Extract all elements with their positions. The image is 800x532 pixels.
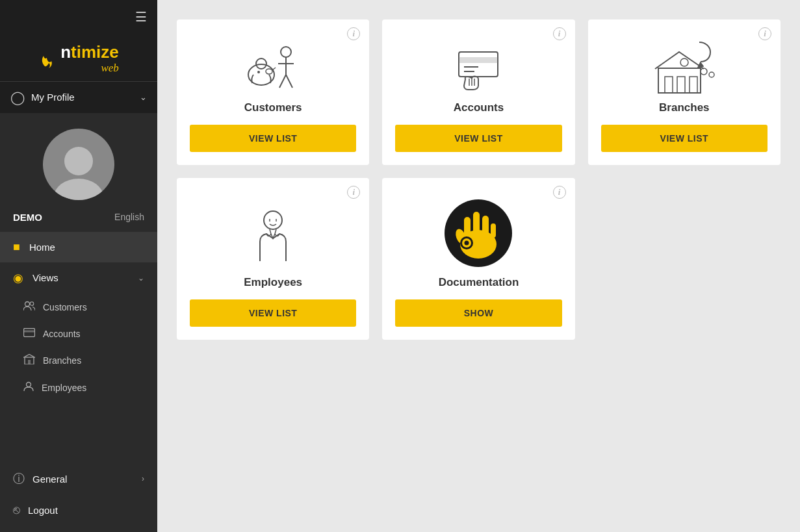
documentation-card-icon-area xyxy=(439,197,517,272)
accounts-card-title: Accounts xyxy=(454,101,504,114)
svg-rect-39 xyxy=(482,216,489,238)
sidebar-item-home[interactable]: ■ Home xyxy=(0,232,157,262)
svg-point-3 xyxy=(30,301,34,305)
employees-card: i xyxy=(177,178,369,340)
info-circle-icon: ⓘ xyxy=(13,471,25,487)
sidebar-header: ☰ xyxy=(0,0,157,34)
accounts-info-icon[interactable]: i xyxy=(553,27,566,40)
accounts-sub-label: Accounts xyxy=(43,329,81,339)
sidebar: ☰ ntimize web ◯ My Profile ⌄ DEM xyxy=(0,0,157,532)
sidebar-item-views[interactable]: ◉ Views ⌄ xyxy=(0,262,157,294)
logo-icon xyxy=(38,47,59,70)
sidebar-item-branches[interactable]: Branches xyxy=(0,347,157,374)
svg-rect-28 xyxy=(690,77,697,93)
svg-rect-18 xyxy=(459,52,498,77)
profile-circle-icon: ◯ xyxy=(10,90,25,105)
sidebar-item-logout[interactable]: ⎋ Logout xyxy=(0,495,157,526)
employees-card-title: Employees xyxy=(244,276,302,289)
svg-rect-37 xyxy=(464,217,471,238)
svg-rect-19 xyxy=(459,57,498,63)
svg-line-17 xyxy=(286,75,292,88)
accounts-icon xyxy=(446,39,511,97)
branches-sub-label: Branches xyxy=(43,355,81,366)
user-lang: English xyxy=(114,212,144,222)
employees-sub-label: Employees xyxy=(42,383,86,393)
svg-point-1 xyxy=(54,179,103,200)
employees-info-icon[interactable]: i xyxy=(347,186,360,199)
accounts-card-icon-area xyxy=(446,39,511,97)
user-info-row: DEMO English xyxy=(0,205,157,232)
branches-view-list-button[interactable]: VIEW LIST xyxy=(601,125,768,152)
my-profile-label: My Profile xyxy=(31,92,140,103)
customers-sub-label: Customers xyxy=(43,302,87,312)
sidebar-item-general[interactable]: ⓘ General › xyxy=(0,462,157,495)
views-chevron-icon: ⌄ xyxy=(138,273,144,283)
employees-icon xyxy=(244,206,302,264)
svg-point-8 xyxy=(27,382,31,386)
employees-view-list-button[interactable]: VIEW LIST xyxy=(190,299,356,327)
users-icon xyxy=(23,301,35,314)
svg-point-2 xyxy=(25,301,30,306)
customers-card-icon-area xyxy=(240,39,305,97)
svg-point-30 xyxy=(701,68,707,75)
branches-card-icon-area xyxy=(649,39,720,97)
branches-icon xyxy=(649,39,720,97)
logout-label: Logout xyxy=(28,505,58,516)
cards-top-row: i Custom xyxy=(177,19,781,165)
svg-point-32 xyxy=(264,211,282,229)
employees-card-icon-area xyxy=(244,197,302,272)
profile-chevron-icon: ⌄ xyxy=(140,92,147,102)
customers-view-list-button[interactable]: VIEW LIST xyxy=(190,125,356,152)
documentation-info-icon[interactable]: i xyxy=(553,186,566,199)
my-profile-row[interactable]: ◯ My Profile ⌄ xyxy=(0,81,157,113)
avatar-image xyxy=(53,142,105,200)
user-name: DEMO xyxy=(13,212,42,223)
cards-bottom-row: i xyxy=(177,178,781,340)
logout-icon: ⎋ xyxy=(13,503,20,517)
sidebar-bottom: ⓘ General › ⎋ Logout xyxy=(0,462,157,532)
svg-rect-40 xyxy=(491,223,496,238)
documentation-icon xyxy=(439,197,517,272)
home-label: Home xyxy=(29,242,144,253)
eye-icon: ◉ xyxy=(13,271,23,285)
documentation-show-button[interactable]: SHOW xyxy=(395,299,561,327)
svg-point-44 xyxy=(465,241,469,246)
customers-card: i Custom xyxy=(177,19,369,165)
svg-rect-27 xyxy=(677,77,685,93)
sidebar-item-customers[interactable]: Customers xyxy=(0,294,157,321)
svg-point-12 xyxy=(257,71,260,73)
accounts-view-list-button[interactable]: VIEW LIST xyxy=(395,125,561,152)
user-icon xyxy=(23,381,34,394)
customers-icon xyxy=(240,39,305,97)
svg-rect-4 xyxy=(24,328,35,336)
customers-card-title: Customers xyxy=(244,101,302,114)
main-content: i Custom xyxy=(157,0,800,532)
general-label: General xyxy=(32,474,142,485)
branches-card: i Branches VIEW LIST xyxy=(588,19,781,165)
logo-area: ntimize web xyxy=(0,34,157,81)
logo-text: ntimize xyxy=(60,43,119,62)
hamburger-icon[interactable]: ☰ xyxy=(135,9,147,25)
avatar-area xyxy=(0,113,157,205)
sidebar-item-accounts[interactable]: Accounts xyxy=(0,321,157,347)
views-label: Views xyxy=(32,272,138,283)
svg-rect-5 xyxy=(24,330,35,332)
building-icon xyxy=(23,354,35,367)
home-icon: ■ xyxy=(13,240,20,254)
svg-rect-7 xyxy=(28,360,31,364)
accounts-card: i Accounts VIEW LIST xyxy=(382,19,574,165)
sidebar-item-employees[interactable]: Employees xyxy=(0,374,157,401)
svg-point-11 xyxy=(266,69,272,74)
customers-info-icon[interactable]: i xyxy=(347,27,360,40)
svg-line-16 xyxy=(279,75,286,88)
branches-info-icon[interactable]: i xyxy=(758,27,771,40)
svg-point-29 xyxy=(680,58,688,66)
documentation-card-title: Documentation xyxy=(439,276,519,289)
general-chevron-icon: › xyxy=(142,474,144,483)
svg-point-31 xyxy=(709,72,714,77)
branches-card-title: Branches xyxy=(659,101,709,114)
svg-rect-26 xyxy=(665,77,673,93)
svg-rect-38 xyxy=(473,212,480,236)
svg-point-0 xyxy=(64,147,93,175)
svg-point-13 xyxy=(281,47,291,57)
